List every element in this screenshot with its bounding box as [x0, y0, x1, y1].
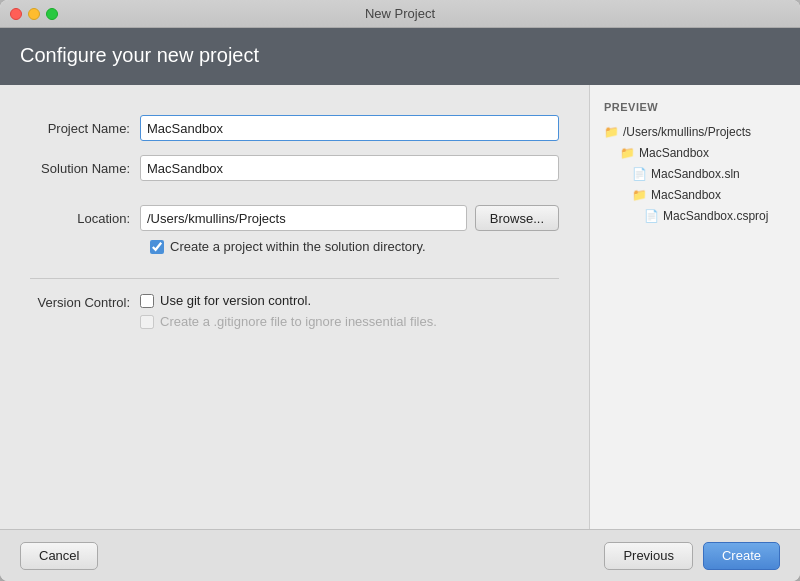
version-control-label: Version Control:	[30, 293, 140, 310]
git-checkbox[interactable]	[140, 294, 154, 308]
tree-label: /Users/kmullins/Projects	[623, 123, 751, 141]
tree-item: 📁 /Users/kmullins/Projects	[604, 123, 786, 141]
tree-label: MacSandbox.sln	[651, 165, 740, 183]
folder-icon: 📁	[620, 144, 635, 162]
folder-icon: 📁	[632, 186, 647, 204]
tree-item: 📄 MacSandbox.csproj	[604, 207, 786, 225]
git-checkbox-row: Use git for version control.	[140, 293, 437, 308]
window: New Project Configure your new project P…	[0, 0, 800, 581]
location-input[interactable]	[140, 205, 467, 231]
divider	[30, 278, 559, 279]
solution-name-group: Solution Name:	[30, 155, 559, 181]
create-button[interactable]: Create	[703, 542, 780, 570]
file-icon: 📄	[644, 207, 659, 225]
file-icon: 📄	[632, 165, 647, 183]
title-bar: New Project	[0, 0, 800, 28]
gitignore-checkbox-row: Create a .gitignore file to ignore iness…	[140, 314, 437, 329]
tree-label: MacSandbox	[651, 186, 721, 204]
tree-item: 📁 MacSandbox	[604, 186, 786, 204]
header-section: Configure your new project	[0, 28, 800, 85]
footer-right: Previous Create	[604, 542, 780, 570]
project-name-group: Project Name:	[30, 115, 559, 141]
right-panel: PREVIEW 📁 /Users/kmullins/Projects 📁 Mac…	[590, 85, 800, 529]
preview-title: PREVIEW	[604, 101, 786, 113]
footer: Cancel Previous Create	[0, 529, 800, 581]
solution-name-label: Solution Name:	[30, 161, 140, 176]
page-title: Configure your new project	[20, 44, 780, 67]
create-within-solution-label[interactable]: Create a project within the solution dir…	[170, 239, 426, 254]
folder-icon: 📁	[604, 123, 619, 141]
location-group: Location: Browse...	[30, 205, 559, 231]
left-panel: Project Name: Solution Name: Location: B…	[0, 85, 590, 529]
maximize-button[interactable]	[46, 8, 58, 20]
minimize-button[interactable]	[28, 8, 40, 20]
solution-name-input[interactable]	[140, 155, 559, 181]
footer-left: Cancel	[20, 542, 98, 570]
window-title: New Project	[365, 6, 435, 21]
gitignore-label: Create a .gitignore file to ignore iness…	[160, 314, 437, 329]
tree-label: MacSandbox	[639, 144, 709, 162]
tree-label: MacSandbox.csproj	[663, 207, 768, 225]
project-name-label: Project Name:	[30, 121, 140, 136]
vc-options: Use git for version control. Create a .g…	[140, 293, 437, 329]
tree-item: 📄 MacSandbox.sln	[604, 165, 786, 183]
traffic-lights	[10, 8, 58, 20]
cancel-button[interactable]: Cancel	[20, 542, 98, 570]
git-label[interactable]: Use git for version control.	[160, 293, 311, 308]
browse-button[interactable]: Browse...	[475, 205, 559, 231]
project-name-input[interactable]	[140, 115, 559, 141]
main-content: Project Name: Solution Name: Location: B…	[0, 85, 800, 529]
tree-item: 📁 MacSandbox	[604, 144, 786, 162]
create-within-solution-row: Create a project within the solution dir…	[150, 239, 559, 254]
gitignore-checkbox	[140, 315, 154, 329]
close-button[interactable]	[10, 8, 22, 20]
version-control-group: Version Control: Use git for version con…	[30, 293, 559, 329]
create-within-solution-checkbox[interactable]	[150, 240, 164, 254]
previous-button[interactable]: Previous	[604, 542, 693, 570]
location-label: Location:	[30, 211, 140, 226]
